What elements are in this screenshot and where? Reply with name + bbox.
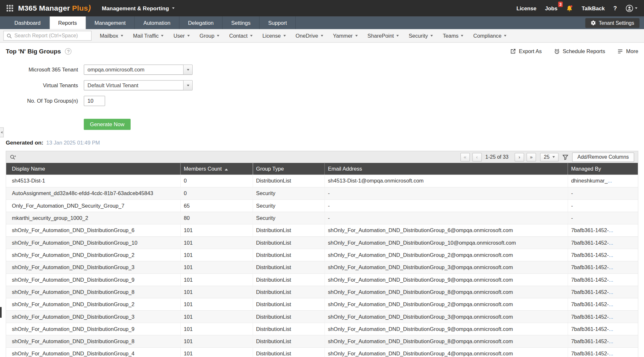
help-icon[interactable]: ? bbox=[613, 5, 617, 11]
tab-automation[interactable]: Automation bbox=[135, 16, 179, 29]
tab-dashboard[interactable]: Dashboard bbox=[6, 16, 50, 29]
gear-icon bbox=[591, 20, 596, 26]
cell-group-type: DistributionList bbox=[253, 310, 324, 323]
tenant-settings-button[interactable]: Tenant Settings bbox=[585, 18, 639, 28]
tab-management[interactable]: Management bbox=[86, 16, 135, 29]
cell-display-name: shOnly_For_Automation_DND_DistributionGr… bbox=[6, 323, 180, 335]
virtual-tenant-select[interactable]: Default Virtual Tenant bbox=[84, 80, 192, 90]
prev-page-button[interactable]: ‹ bbox=[472, 153, 482, 161]
table-row[interactable]: shOnly_For_Automation_DND_DistributionGr… bbox=[6, 347, 638, 357]
first-page-button[interactable]: « bbox=[460, 153, 470, 161]
col-header-members-count[interactable]: Members Count bbox=[180, 163, 253, 175]
expand-value-link[interactable]: ... bbox=[609, 240, 613, 246]
table-row[interactable]: shOnly_For_Automation_DND_DistributionGr… bbox=[6, 236, 638, 249]
report-menu-compliance[interactable]: Compliance bbox=[468, 29, 511, 42]
schedule-reports-button[interactable]: Schedule Reports bbox=[554, 48, 605, 54]
report-menu-sharepoint[interactable]: SharePoint bbox=[363, 29, 404, 42]
expand-value-link[interactable]: ... bbox=[609, 338, 613, 344]
col-header-display-name[interactable]: Display Name bbox=[6, 163, 180, 175]
chevron-down-icon[interactable] bbox=[183, 80, 192, 90]
logo-swoosh-icon: ) bbox=[87, 4, 92, 13]
next-page-button[interactable]: › bbox=[515, 153, 524, 161]
chevron-down-icon[interactable] bbox=[183, 65, 192, 74]
more-button[interactable]: More bbox=[618, 48, 639, 54]
report-menu-license[interactable]: License bbox=[257, 29, 290, 42]
report-menu-mailbox[interactable]: Mailbox bbox=[95, 29, 128, 42]
cell-display-name: mkarthi_security_group_1000_2 bbox=[6, 212, 180, 224]
expand-value-link[interactable]: ... bbox=[609, 301, 613, 307]
talkback-link[interactable]: TalkBack bbox=[582, 5, 605, 11]
cell-email-address: - bbox=[325, 187, 568, 199]
table-row[interactable]: shOnly_For_Automation_DND_DistributionGr… bbox=[6, 298, 638, 310]
last-page-button[interactable]: » bbox=[527, 153, 536, 161]
cell-group-type: DistributionList bbox=[253, 224, 324, 236]
report-search-input[interactable] bbox=[14, 33, 88, 39]
expand-value-link[interactable]: ... bbox=[609, 326, 613, 332]
page-size-select[interactable]: 25 bbox=[540, 153, 558, 161]
table-row[interactable]: shOnly_For_Automation_DND_DistributionGr… bbox=[6, 224, 638, 236]
notifications-bell-icon[interactable] bbox=[566, 5, 573, 12]
add-remove-columns-button[interactable]: Add/Remove Columns bbox=[572, 152, 634, 162]
report-search[interactable] bbox=[3, 31, 92, 41]
left-edge-scroll-handle[interactable] bbox=[0, 307, 2, 318]
tab-delegation[interactable]: Delegation bbox=[179, 16, 223, 29]
report-menu-onedrive[interactable]: OneDrive bbox=[290, 29, 328, 42]
jobs-link[interactable]: Jobs 3 bbox=[545, 5, 557, 11]
expand-value-link[interactable]: ... bbox=[609, 277, 613, 283]
cell-members-count: 101 bbox=[180, 323, 253, 335]
tab-reports[interactable]: Reports bbox=[50, 16, 86, 29]
cell-display-name: shOnly_For_Automation_DND_DistributionGr… bbox=[6, 224, 180, 236]
page-help-icon[interactable]: ? bbox=[65, 48, 71, 54]
table-row[interactable]: shOnly_For_Automation_DND_DistributionGr… bbox=[6, 335, 638, 347]
tenant-label: Microsoft 365 Tenant bbox=[6, 67, 78, 73]
expand-value-link[interactable]: ... bbox=[609, 227, 613, 233]
export-as-button[interactable]: Export As bbox=[510, 48, 542, 54]
tab-settings[interactable]: Settings bbox=[223, 16, 260, 29]
license-link[interactable]: License bbox=[517, 5, 537, 11]
filter-icon[interactable] bbox=[562, 154, 568, 160]
report-menu-contact[interactable]: Contact bbox=[224, 29, 257, 42]
expand-value-link[interactable]: ... bbox=[609, 289, 613, 295]
page-size-value: 25 bbox=[544, 154, 550, 160]
apps-grid-icon[interactable] bbox=[6, 5, 13, 11]
report-menu-mail-traffic[interactable]: Mail Traffic bbox=[128, 29, 169, 42]
report-menu-user[interactable]: User bbox=[169, 29, 195, 42]
table-row[interactable]: mkarthi_security_group_1000_280Security-… bbox=[6, 212, 638, 224]
cell-display-name: AutoAssignment_dd32a48c-efdd-4cdc-81b7-6… bbox=[6, 187, 180, 199]
report-menu-label: Mailbox bbox=[100, 33, 118, 39]
expand-value-link[interactable]: ... bbox=[608, 178, 612, 184]
report-menu-yammer[interactable]: Yammer bbox=[328, 29, 363, 42]
table-search-icon[interactable] bbox=[10, 154, 16, 160]
expand-value-link[interactable]: ... bbox=[609, 252, 613, 258]
generate-now-button[interactable]: Generate Now bbox=[84, 119, 130, 130]
col-header-email-address[interactable]: Email Address bbox=[325, 163, 568, 175]
cell-group-type: DistributionList bbox=[253, 175, 324, 187]
table-row[interactable]: Only_For_Automation_DND_Security_Group_7… bbox=[6, 199, 638, 211]
expand-value-link[interactable]: ... bbox=[609, 350, 613, 356]
report-menu-teams[interactable]: Teams bbox=[438, 29, 468, 42]
product-name: M365 Manager bbox=[18, 4, 70, 13]
table-row[interactable]: shOnly_For_Automation_DND_DistributionGr… bbox=[6, 286, 638, 298]
col-header-managed-by[interactable]: Managed By bbox=[568, 163, 638, 175]
table-row[interactable]: shOnly_For_Automation_DND_DistributionGr… bbox=[6, 323, 638, 335]
report-menu-security[interactable]: Security bbox=[404, 29, 438, 42]
expand-value-link[interactable]: ... bbox=[609, 314, 613, 320]
tenant-select[interactable]: ompqa.onmicrosoft.com bbox=[84, 64, 192, 75]
table-row[interactable]: AutoAssignment_dd32a48c-efdd-4cdc-81b7-6… bbox=[6, 187, 638, 199]
cell-managed-by: 7bafb361-1452-... bbox=[568, 236, 638, 249]
tab-support[interactable]: Support bbox=[260, 16, 296, 29]
report-menu-group[interactable]: Group bbox=[195, 29, 224, 42]
table-row[interactable]: shOnly_For_Automation_DND_DistributionGr… bbox=[6, 273, 638, 286]
cell-display-name: shOnly_For_Automation_DND_DistributionGr… bbox=[6, 273, 180, 286]
table-row[interactable]: shOnly_For_Automation_DND_DistributionGr… bbox=[6, 310, 638, 323]
top-n-input[interactable] bbox=[84, 96, 105, 106]
expand-value-link[interactable]: ... bbox=[609, 264, 613, 270]
collapse-panel-handle[interactable] bbox=[0, 127, 4, 137]
user-avatar-icon[interactable] bbox=[626, 4, 638, 12]
table-row[interactable]: sh4513-Dist-10DistributionListsh4513-Dis… bbox=[6, 175, 638, 187]
col-header-group-type[interactable]: Group Type bbox=[253, 163, 324, 175]
collapse-left-icon bbox=[1, 131, 3, 134]
table-row[interactable]: shOnly_For_Automation_DND_DistributionGr… bbox=[6, 261, 638, 273]
module-switcher[interactable]: Management & Reporting bbox=[102, 5, 175, 11]
table-row[interactable]: shOnly_For_Automation_DND_DistributionGr… bbox=[6, 249, 638, 261]
